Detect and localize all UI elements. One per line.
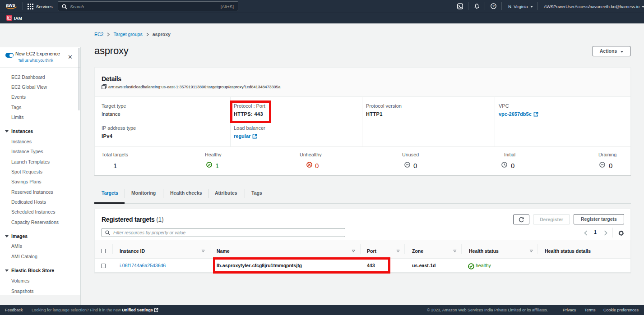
svg-text:?: ?	[492, 4, 495, 8]
svg-text:aws: aws	[6, 2, 15, 8]
